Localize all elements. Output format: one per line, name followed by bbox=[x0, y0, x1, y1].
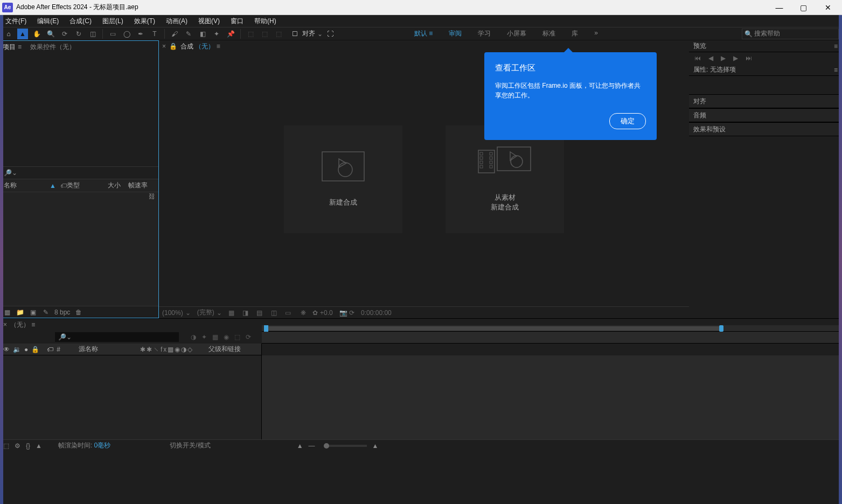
work-area-bar[interactable] bbox=[262, 325, 842, 332]
folder-icon[interactable]: 📁 bbox=[16, 309, 24, 316]
hand-tool[interactable]: ✋ bbox=[31, 29, 42, 39]
workspace-standard[interactable]: 标准 bbox=[542, 29, 555, 38]
workspace-review[interactable]: 审阅 bbox=[449, 29, 462, 38]
workspace-small[interactable]: 小屏幕 bbox=[507, 29, 526, 38]
brush-tool[interactable]: 🖌 bbox=[169, 29, 180, 39]
camera-tool[interactable]: ◫ bbox=[87, 29, 98, 39]
first-frame-icon[interactable]: ⏮ bbox=[694, 54, 701, 62]
col-name[interactable]: 名称 bbox=[4, 181, 50, 190]
timeline-zoom-slider[interactable] bbox=[324, 445, 367, 447]
project-search[interactable]: 🔎⌄ bbox=[1, 166, 158, 179]
group3[interactable]: ⬚ bbox=[273, 29, 284, 39]
tl-icon[interactable]: ◉ bbox=[224, 333, 229, 341]
time-ruler[interactable] bbox=[262, 332, 842, 344]
ellipse-tool[interactable]: ◯ bbox=[121, 29, 132, 39]
menu-composition[interactable]: 合成(C) bbox=[67, 16, 94, 27]
effects-panel-header[interactable]: 效果和预设 bbox=[689, 122, 842, 136]
close-button[interactable]: ✕ bbox=[816, 0, 840, 15]
lock-icon[interactable]: 🔒 bbox=[31, 346, 39, 353]
menu-window[interactable]: 窗口 bbox=[228, 16, 246, 27]
menu-file[interactable]: 文件(F) bbox=[3, 16, 29, 27]
col-fps[interactable]: 帧速率 bbox=[121, 181, 148, 190]
new-from-footage-button[interactable]: 从素材新建合成 bbox=[446, 125, 564, 233]
menu-view[interactable]: 视图(V) bbox=[196, 16, 222, 27]
menu-edit[interactable]: 编辑(E) bbox=[35, 16, 61, 27]
tl-icon[interactable]: ⬚ bbox=[234, 333, 240, 341]
switches-col[interactable]: ✱✱⟍fx▦◉◑◇ bbox=[140, 346, 193, 353]
snap-label[interactable]: 对齐 bbox=[302, 29, 315, 38]
selection-tool[interactable]: ▲ bbox=[17, 29, 28, 39]
align-panel-header[interactable]: 对齐 bbox=[689, 94, 842, 108]
maximize-button[interactable]: ▢ bbox=[791, 0, 816, 15]
play-icon[interactable]: ▶ bbox=[721, 54, 726, 62]
menu-help[interactable]: 帮助(H) bbox=[252, 16, 279, 27]
group2[interactable]: ⬚ bbox=[259, 29, 270, 39]
tl-icon[interactable]: ▦ bbox=[212, 333, 218, 341]
color-mgmt[interactable]: ❋ bbox=[301, 309, 306, 317]
text-tool[interactable]: T bbox=[149, 29, 160, 39]
zoom-dropdown[interactable]: (100%) ⌄ bbox=[162, 309, 191, 317]
properties-panel-header[interactable]: 属性: 无选择项≡ bbox=[689, 64, 842, 76]
zoom-tool[interactable]: 🔍 bbox=[45, 29, 56, 39]
tl-icon[interactable]: ◑ bbox=[191, 333, 196, 341]
popup-ok-button[interactable]: 确定 bbox=[609, 113, 646, 129]
new-composition-button[interactable]: 新建合成 bbox=[284, 125, 402, 233]
trash-icon[interactable]: 🗑 bbox=[74, 309, 83, 316]
last-frame-icon[interactable]: ⏭ bbox=[746, 54, 752, 62]
rect-tool[interactable]: ▭ bbox=[107, 29, 118, 39]
flow-icon[interactable]: ⛓ bbox=[149, 193, 155, 200]
adjust-icon[interactable]: ✎ bbox=[41, 309, 50, 316]
snap-icon[interactable]: ☐ bbox=[289, 29, 300, 39]
index-col[interactable]: # bbox=[57, 346, 60, 353]
lock-icon[interactable]: 🔒 bbox=[169, 43, 177, 50]
menu-effect[interactable]: 效果(T) bbox=[132, 16, 157, 27]
workspace-default[interactable]: 默认 ≡ bbox=[414, 29, 433, 38]
menu-animation[interactable]: 动画(A) bbox=[164, 16, 190, 27]
snap-toggle[interactable]: ⛶ bbox=[325, 29, 336, 39]
workspace-more[interactable]: » bbox=[594, 29, 598, 38]
group1[interactable]: ⬚ bbox=[245, 29, 256, 39]
snapshot[interactable]: 📷 ⟳ bbox=[339, 309, 354, 317]
timeline-search[interactable]: 🔎⌄ bbox=[55, 332, 179, 342]
toggle-icon[interactable]: ▲ bbox=[36, 442, 42, 450]
switch-mode[interactable]: 切换开关/模式 bbox=[170, 441, 210, 450]
viewer-icons[interactable]: ▦ ◨ ▤ ◫ ▭ bbox=[228, 309, 294, 317]
resolution-dropdown[interactable]: (完整) ⌄ bbox=[197, 308, 222, 317]
parent-col[interactable]: 父级和链接 bbox=[208, 345, 241, 354]
source-name-col[interactable]: 源名称 bbox=[79, 345, 98, 354]
next-frame-icon[interactable]: ▶ bbox=[733, 54, 738, 62]
project-list[interactable] bbox=[1, 192, 158, 306]
tab-project[interactable]: 项目 ≡ bbox=[3, 43, 22, 52]
toggle-icon[interactable]: ⚙ bbox=[15, 442, 20, 450]
tl-icon[interactable]: ⟳ bbox=[246, 333, 251, 341]
roto-tool[interactable]: ✦ bbox=[211, 29, 222, 39]
toggle-icon[interactable]: {} bbox=[26, 442, 30, 450]
search-help[interactable]: 🔍 搜索帮助 bbox=[742, 29, 839, 39]
prev-frame-icon[interactable]: ◀ bbox=[708, 54, 713, 62]
interpret-icon[interactable]: ▦ bbox=[3, 309, 11, 316]
eraser-tool[interactable]: ◧ bbox=[197, 29, 208, 39]
tl-icon[interactable]: ✦ bbox=[201, 333, 207, 341]
pen-tool[interactable]: ✒ bbox=[135, 29, 146, 39]
toggle-icon[interactable]: ⬚ bbox=[3, 442, 9, 450]
bit-depth[interactable]: 8 bpc bbox=[54, 309, 70, 316]
timecode[interactable]: 0:00:00:00 bbox=[361, 309, 392, 317]
timeline-tab[interactable]: （无） ≡ bbox=[10, 320, 35, 330]
exposure[interactable]: ✿ +0.0 bbox=[312, 309, 333, 317]
audio-icon[interactable]: 🔉 bbox=[13, 346, 21, 353]
timeline-tab-close[interactable]: × bbox=[3, 321, 7, 328]
orbit-tool[interactable]: ⟳ bbox=[59, 29, 70, 39]
menu-layer[interactable]: 图层(L) bbox=[100, 16, 126, 27]
col-size[interactable]: 大小 bbox=[99, 181, 121, 190]
col-type[interactable]: 类型 bbox=[67, 181, 99, 190]
eye-icon[interactable]: 👁 bbox=[3, 346, 10, 353]
label-icon[interactable]: 🏷 bbox=[47, 346, 53, 353]
solo-icon[interactable]: ● bbox=[24, 346, 28, 353]
tab-close[interactable]: × bbox=[162, 43, 166, 50]
rotate-tool[interactable]: ↻ bbox=[73, 29, 84, 39]
clone-tool[interactable]: ✎ bbox=[183, 29, 194, 39]
preview-panel-header[interactable]: 预览≡ bbox=[689, 40, 842, 52]
workspace-library[interactable]: 库 bbox=[572, 29, 578, 38]
workspace-learn[interactable]: 学习 bbox=[478, 29, 491, 38]
comp-icon[interactable]: ▣ bbox=[29, 309, 37, 316]
